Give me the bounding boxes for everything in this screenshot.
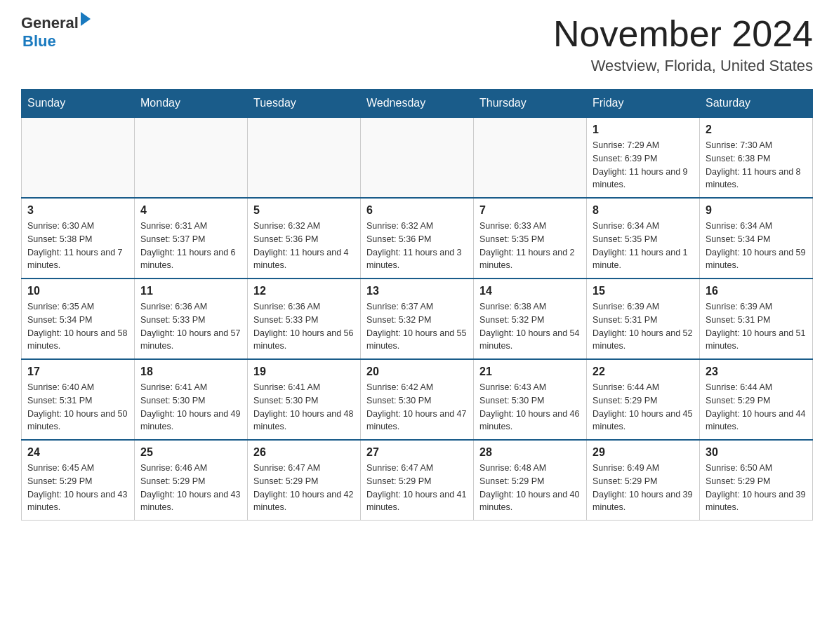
calendar-cell: 16Sunrise: 6:39 AM Sunset: 5:31 PM Dayli… xyxy=(700,279,813,359)
header: General Blue November 2024 Westview, Flo… xyxy=(21,14,813,75)
day-number: 24 xyxy=(27,446,128,459)
calendar-cell xyxy=(22,117,135,198)
day-info: Sunrise: 6:45 AM Sunset: 5:29 PM Dayligh… xyxy=(27,462,128,514)
day-info: Sunrise: 6:41 AM Sunset: 5:30 PM Dayligh… xyxy=(140,381,241,434)
day-number: 10 xyxy=(27,285,128,297)
page-title: November 2024 xyxy=(553,14,813,54)
header-saturday: Saturday xyxy=(700,90,813,118)
calendar-cell xyxy=(474,117,587,198)
day-number: 30 xyxy=(706,446,807,459)
day-info: Sunrise: 6:39 AM Sunset: 5:31 PM Dayligh… xyxy=(706,300,807,353)
day-info: Sunrise: 6:49 AM Sunset: 5:29 PM Dayligh… xyxy=(593,462,694,514)
day-info: Sunrise: 6:46 AM Sunset: 5:29 PM Dayligh… xyxy=(140,462,241,514)
calendar-cell: 7Sunrise: 6:33 AM Sunset: 5:35 PM Daylig… xyxy=(474,198,587,279)
header-friday: Friday xyxy=(587,90,700,118)
day-info: Sunrise: 6:38 AM Sunset: 5:32 PM Dayligh… xyxy=(479,300,581,353)
calendar-cell: 2Sunrise: 7:30 AM Sunset: 6:38 PM Daylig… xyxy=(700,117,813,198)
day-info: Sunrise: 6:32 AM Sunset: 5:36 PM Dayligh… xyxy=(366,220,468,272)
day-number: 13 xyxy=(366,285,468,297)
logo-blue: Blue xyxy=(22,32,91,51)
calendar-cell: 26Sunrise: 6:47 AM Sunset: 5:29 PM Dayli… xyxy=(248,440,361,521)
week-row-1: 1Sunrise: 7:29 AM Sunset: 6:39 PM Daylig… xyxy=(22,117,813,198)
week-row-4: 17Sunrise: 6:40 AM Sunset: 5:31 PM Dayli… xyxy=(22,359,813,440)
calendar-cell: 21Sunrise: 6:43 AM Sunset: 5:30 PM Dayli… xyxy=(474,359,587,440)
day-info: Sunrise: 6:32 AM Sunset: 5:36 PM Dayligh… xyxy=(253,220,355,272)
day-number: 4 xyxy=(140,204,241,217)
calendar-cell: 15Sunrise: 6:39 AM Sunset: 5:31 PM Dayli… xyxy=(587,279,700,359)
day-info: Sunrise: 6:36 AM Sunset: 5:33 PM Dayligh… xyxy=(140,300,241,353)
day-number: 7 xyxy=(479,204,581,217)
day-info: Sunrise: 6:48 AM Sunset: 5:29 PM Dayligh… xyxy=(479,462,581,514)
day-info: Sunrise: 6:40 AM Sunset: 5:31 PM Dayligh… xyxy=(27,381,128,434)
day-number: 23 xyxy=(706,365,807,378)
header-wednesday: Wednesday xyxy=(361,90,474,118)
title-area: November 2024 Westview, Florida, United … xyxy=(553,14,813,75)
calendar-cell: 12Sunrise: 6:36 AM Sunset: 5:33 PM Dayli… xyxy=(248,279,361,359)
day-number: 14 xyxy=(479,285,581,297)
calendar-cell: 18Sunrise: 6:41 AM Sunset: 5:30 PM Dayli… xyxy=(135,359,248,440)
calendar-cell: 9Sunrise: 6:34 AM Sunset: 5:34 PM Daylig… xyxy=(700,198,813,279)
day-info: Sunrise: 7:29 AM Sunset: 6:39 PM Dayligh… xyxy=(593,139,694,192)
day-info: Sunrise: 6:39 AM Sunset: 5:31 PM Dayligh… xyxy=(593,300,694,353)
day-number: 19 xyxy=(253,365,355,378)
calendar-cell: 27Sunrise: 6:47 AM Sunset: 5:29 PM Dayli… xyxy=(361,440,474,521)
header-tuesday: Tuesday xyxy=(248,90,361,118)
day-number: 11 xyxy=(140,285,241,297)
calendar-cell: 23Sunrise: 6:44 AM Sunset: 5:29 PM Dayli… xyxy=(700,359,813,440)
day-info: Sunrise: 6:34 AM Sunset: 5:34 PM Dayligh… xyxy=(706,220,807,272)
day-info: Sunrise: 6:44 AM Sunset: 5:29 PM Dayligh… xyxy=(706,381,807,434)
calendar-cell: 29Sunrise: 6:49 AM Sunset: 5:29 PM Dayli… xyxy=(587,440,700,521)
day-number: 1 xyxy=(593,123,694,136)
day-number: 20 xyxy=(366,365,468,378)
calendar-cell: 20Sunrise: 6:42 AM Sunset: 5:30 PM Dayli… xyxy=(361,359,474,440)
day-number: 29 xyxy=(593,446,694,459)
calendar-cell: 14Sunrise: 6:38 AM Sunset: 5:32 PM Dayli… xyxy=(474,279,587,359)
calendar-header-row: SundayMondayTuesdayWednesdayThursdayFrid… xyxy=(22,90,813,118)
calendar-cell: 13Sunrise: 6:37 AM Sunset: 5:32 PM Dayli… xyxy=(361,279,474,359)
header-thursday: Thursday xyxy=(474,90,587,118)
day-info: Sunrise: 6:37 AM Sunset: 5:32 PM Dayligh… xyxy=(366,300,468,353)
calendar-cell: 25Sunrise: 6:46 AM Sunset: 5:29 PM Dayli… xyxy=(135,440,248,521)
calendar-cell: 17Sunrise: 6:40 AM Sunset: 5:31 PM Dayli… xyxy=(22,359,135,440)
calendar-cell: 28Sunrise: 6:48 AM Sunset: 5:29 PM Dayli… xyxy=(474,440,587,521)
day-info: Sunrise: 6:36 AM Sunset: 5:33 PM Dayligh… xyxy=(253,300,355,353)
day-info: Sunrise: 6:44 AM Sunset: 5:29 PM Dayligh… xyxy=(593,381,694,434)
calendar-cell: 4Sunrise: 6:31 AM Sunset: 5:37 PM Daylig… xyxy=(135,198,248,279)
calendar-cell: 8Sunrise: 6:34 AM Sunset: 5:35 PM Daylig… xyxy=(587,198,700,279)
logo-general: General xyxy=(21,14,79,32)
calendar-cell: 24Sunrise: 6:45 AM Sunset: 5:29 PM Dayli… xyxy=(22,440,135,521)
day-number: 17 xyxy=(27,365,128,378)
calendar-cell xyxy=(248,117,361,198)
day-number: 9 xyxy=(706,204,807,217)
day-number: 6 xyxy=(366,204,468,217)
calendar-cell: 11Sunrise: 6:36 AM Sunset: 5:33 PM Dayli… xyxy=(135,279,248,359)
day-info: Sunrise: 6:47 AM Sunset: 5:29 PM Dayligh… xyxy=(253,462,355,514)
day-number: 18 xyxy=(140,365,241,378)
calendar-cell: 22Sunrise: 6:44 AM Sunset: 5:29 PM Dayli… xyxy=(587,359,700,440)
header-sunday: Sunday xyxy=(22,90,135,118)
day-number: 22 xyxy=(593,365,694,378)
week-row-5: 24Sunrise: 6:45 AM Sunset: 5:29 PM Dayli… xyxy=(22,440,813,521)
week-row-3: 10Sunrise: 6:35 AM Sunset: 5:34 PM Dayli… xyxy=(22,279,813,359)
calendar-cell: 19Sunrise: 6:41 AM Sunset: 5:30 PM Dayli… xyxy=(248,359,361,440)
page-subtitle: Westview, Florida, United States xyxy=(553,57,813,75)
day-info: Sunrise: 6:35 AM Sunset: 5:34 PM Dayligh… xyxy=(27,300,128,353)
day-info: Sunrise: 6:30 AM Sunset: 5:38 PM Dayligh… xyxy=(27,220,128,272)
day-number: 2 xyxy=(706,123,807,136)
day-number: 3 xyxy=(27,204,128,217)
day-info: Sunrise: 6:47 AM Sunset: 5:29 PM Dayligh… xyxy=(366,462,468,514)
day-number: 25 xyxy=(140,446,241,459)
day-number: 12 xyxy=(253,285,355,297)
day-info: Sunrise: 6:33 AM Sunset: 5:35 PM Dayligh… xyxy=(479,220,581,272)
calendar-cell: 30Sunrise: 6:50 AM Sunset: 5:29 PM Dayli… xyxy=(700,440,813,521)
day-number: 15 xyxy=(593,285,694,297)
calendar-cell: 5Sunrise: 6:32 AM Sunset: 5:36 PM Daylig… xyxy=(248,198,361,279)
calendar-cell xyxy=(361,117,474,198)
calendar-cell: 1Sunrise: 7:29 AM Sunset: 6:39 PM Daylig… xyxy=(587,117,700,198)
day-info: Sunrise: 6:34 AM Sunset: 5:35 PM Dayligh… xyxy=(593,220,694,272)
day-info: Sunrise: 6:50 AM Sunset: 5:29 PM Dayligh… xyxy=(706,462,807,514)
day-number: 26 xyxy=(253,446,355,459)
calendar-cell: 3Sunrise: 6:30 AM Sunset: 5:38 PM Daylig… xyxy=(22,198,135,279)
day-info: Sunrise: 6:41 AM Sunset: 5:30 PM Dayligh… xyxy=(253,381,355,434)
day-info: Sunrise: 7:30 AM Sunset: 6:38 PM Dayligh… xyxy=(706,139,807,192)
